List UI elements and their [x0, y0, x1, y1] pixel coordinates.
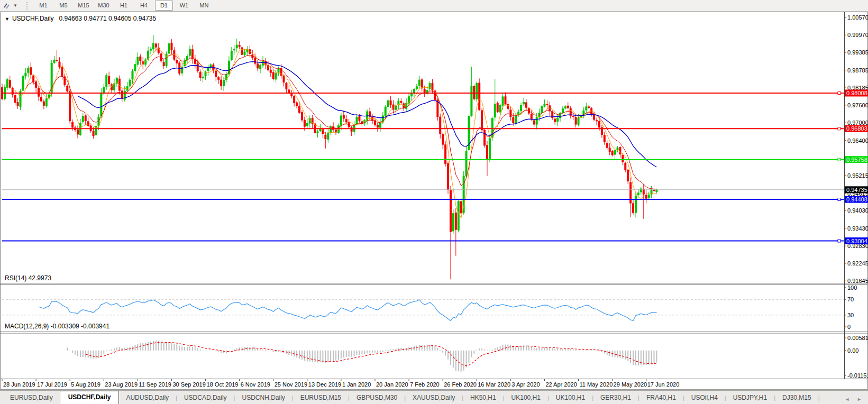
date-tick-label: 16 Mar 2020 — [478, 381, 510, 388]
timeframe-button-h1[interactable]: H1 — [115, 1, 133, 11]
timeframe-button-d1[interactable]: D1 — [155, 1, 173, 11]
rsi-line — [39, 300, 656, 321]
chart-tab-xauusd-daily[interactable]: XAUUSD,Daily — [406, 392, 462, 404]
timeframe-buttons: M1M5M15M30H1H4D1W1MN — [34, 1, 213, 11]
chart-window: 1.005700.999700.993850.987850.981850.976… — [0, 12, 868, 390]
chart-tab-eurusd-daily[interactable]: EURUSD,Daily — [3, 392, 60, 404]
price-tick-label: 0.99970 — [847, 32, 868, 38]
rsi-tick-label: 70 — [847, 296, 854, 302]
chart-tab-audusd-daily[interactable]: AUDUSD,Daily — [119, 392, 176, 404]
timeframe-button-m15[interactable]: M15 — [75, 1, 93, 11]
date-tick-label: 3 Apr 2020 — [511, 381, 540, 388]
chart-tab-gbpusd-m30[interactable]: GBPUSD,M30 — [350, 392, 404, 404]
date-tick-label: 23 Aug 2019 — [105, 381, 138, 388]
chart-tab-usoil-h4[interactable]: USOil,H4 — [684, 392, 725, 404]
timeframe-button-w1[interactable]: W1 — [175, 1, 193, 11]
svg-text:0.94408: 0.94408 — [846, 196, 867, 203]
date-tick-label: 28 Jun 2019 — [3, 381, 35, 388]
timeframe-button-h4[interactable]: H4 — [135, 1, 153, 11]
chart-tab-uk100-h1[interactable]: UK100,H1 — [505, 392, 547, 404]
date-tick-label: 11 Sep 2019 — [139, 381, 171, 388]
rsi-tick-label: 100 — [847, 284, 857, 291]
svg-text:0.95758: 0.95758 — [846, 157, 867, 163]
price-tick-label: 0.96400 — [847, 137, 868, 144]
chart-tab-usdchf-daily[interactable]: USDCHF,Daily — [60, 391, 120, 404]
macd-tick-label: 0.005818 — [847, 335, 868, 341]
mt4-terminal: { "toolbar": { "timeframes": ["M1","M5",… — [0, 0, 868, 404]
date-tick-label: 17 Jul 2019 — [37, 381, 67, 388]
chart-title-marker-icon: ▼ — [5, 16, 10, 22]
chart-tab-uk100-h1[interactable]: UK100,H1 — [549, 392, 592, 404]
date-tick-label: 18 Oct 2019 — [207, 381, 239, 388]
price-tick-label: 0.99385 — [847, 49, 868, 56]
tab-scroll-right-icon[interactable]: ► — [857, 397, 862, 402]
rsi-tick-label: 0 — [847, 324, 851, 330]
date-tick-label: 17 Jun 2020 — [647, 381, 680, 388]
date-tick-label: 22 Apr 2020 — [545, 381, 577, 388]
tab-scroll-controls: ◄ ► — [845, 397, 868, 404]
chart-tab-dj30-m15[interactable]: DJ30,M15 — [775, 392, 818, 404]
chart-tab-bar: EURUSD,DailyUSDCHF,DailyAUDUSD,Daily|USD… — [0, 390, 868, 404]
line-anchor-marker[interactable] — [838, 240, 840, 242]
date-tick-label: 25 Nov 2019 — [275, 381, 307, 388]
price-tick-label: 0.92245 — [847, 260, 868, 267]
date-tick-label: 29 May 2020 — [614, 381, 647, 388]
line-anchor-marker[interactable] — [838, 127, 840, 130]
svg-text:0.94735: 0.94735 — [846, 187, 867, 193]
date-tick-label: 5 Aug 2019 — [71, 381, 100, 388]
timeframe-button-m30[interactable]: M30 — [95, 1, 113, 11]
date-tick-label: 26 Feb 2020 — [444, 381, 477, 388]
svg-text:0.93004: 0.93004 — [846, 238, 867, 244]
chart-ohlc-values: 0.94663 0.94771 0.94605 0.94735 — [59, 15, 157, 22]
date-tick-label: 6 Nov 2019 — [241, 381, 270, 388]
line-anchor-marker[interactable] — [838, 91, 840, 94]
line-anchor-marker[interactable] — [838, 198, 840, 201]
chart-tab-hk50-h1[interactable]: HK50,H1 — [463, 392, 503, 404]
date-tick-label: 7 Feb 2020 — [410, 381, 440, 388]
date-tick-label: 11 May 2020 — [580, 381, 613, 388]
timeframe-button-m5[interactable]: M5 — [54, 1, 72, 11]
chevron-down-icon: ▼ — [13, 3, 17, 8]
timeframe-button-m1[interactable]: M1 — [34, 1, 52, 11]
chart-tab-ger30-h1[interactable]: GER30,H1 — [593, 392, 638, 404]
macd-tick-label: 0.00 — [847, 347, 858, 354]
chart-tab-usdcad-daily[interactable]: USDCAD,Daily — [177, 392, 234, 404]
price-chart: 1.005700.999700.993850.987850.981850.976… — [0, 12, 868, 390]
date-tick-label: 13 Dec 2019 — [308, 381, 341, 388]
price-tick-label: 0.98785 — [847, 67, 868, 74]
date-tick-label: 20 Jan 2020 — [376, 381, 408, 388]
chart-tab-eurusd-m15[interactable]: EURUSD,M15 — [294, 392, 348, 404]
chart-tab-usdcnh-daily[interactable]: USDCNH,Daily — [235, 392, 291, 404]
price-tick-label: 0.91645 — [847, 278, 868, 284]
price-tick-label: 1.00570 — [847, 14, 868, 21]
chart-tools-button[interactable]: ▼ — [1, 1, 19, 11]
candles — [1, 35, 657, 279]
chart-tab-usdjpy-h1[interactable]: USDJPY,H1 — [726, 392, 774, 404]
tab-scroll-left-icon[interactable]: ◄ — [845, 397, 849, 402]
tab-separator: | — [818, 394, 820, 401]
macd-label: MACD(12,26,9) -0.003309 -0.003941 — [5, 323, 109, 330]
price-tick-label: 0.94030 — [847, 207, 868, 214]
chart-tools-icon — [3, 2, 11, 10]
price-tick-label: 0.97600 — [847, 102, 868, 108]
price-tick-label: 0.93430 — [847, 225, 868, 232]
rsi-tick-label: 30 — [847, 312, 854, 318]
timeframe-button-mn[interactable]: MN — [195, 1, 213, 11]
date-tick-label: 1 Jan 2020 — [342, 381, 371, 388]
rsi-label: RSI(14) 42.9973 — [5, 274, 51, 282]
timeframe-toolbar: ▼ M1M5M15M30H1H4D1W1MN — [0, 0, 868, 12]
macd-tick-label: -0.011514 — [847, 372, 868, 379]
chart-tabs: EURUSD,DailyUSDCHF,DailyAUDUSD,Daily|USD… — [0, 391, 820, 404]
chart-symbol-period: USDCHF,Daily — [12, 15, 54, 22]
line-anchor-marker[interactable] — [838, 158, 840, 161]
chart-title: ▼USDCHF,Daily0.94663 0.94771 0.94605 0.9… — [5, 15, 156, 22]
price-tick-label: 0.95215 — [847, 172, 868, 179]
date-tick-label: 30 Sep 2019 — [172, 381, 205, 388]
toolbar-grip[interactable] — [26, 2, 29, 10]
svg-text:0.98008: 0.98008 — [846, 90, 867, 96]
svg-text:0.96803: 0.96803 — [846, 125, 867, 132]
chart-tab-fra40-h1[interactable]: FRA40,H1 — [639, 392, 683, 404]
